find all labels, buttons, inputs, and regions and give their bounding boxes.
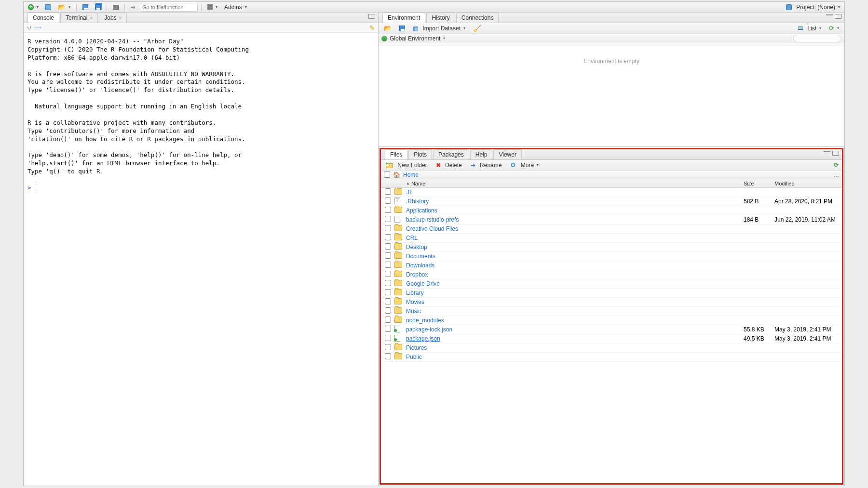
file-name-link[interactable]: Movies — [406, 299, 424, 305]
file-name-link[interactable]: Downloads — [406, 262, 434, 269]
folder-icon — [394, 252, 402, 259]
tab-environment[interactable]: Environment — [382, 13, 425, 23]
tab-packages[interactable]: Packages — [433, 149, 469, 159]
refresh-files-icon[interactable]: ⟳ — [834, 161, 839, 169]
list-label: List — [807, 25, 816, 32]
file-name-link[interactable]: .Rhistory — [406, 198, 429, 205]
select-all-checkbox[interactable] — [384, 171, 390, 178]
file-checkbox[interactable] — [385, 335, 391, 341]
rename-button[interactable]: ➜ Rename — [468, 161, 504, 170]
col-modified-header[interactable]: Modified — [774, 181, 842, 186]
save-all-button[interactable] — [93, 3, 103, 11]
tab-label: Console — [33, 14, 54, 21]
import-dataset-button[interactable]: ▦ Import Dataset — [410, 24, 468, 33]
file-checkbox[interactable] — [385, 216, 391, 222]
maximize-icon[interactable] — [368, 14, 375, 19]
refresh-button[interactable]: ⟳ — [827, 24, 841, 33]
file-checkbox[interactable] — [385, 225, 391, 231]
folder-icon — [394, 307, 402, 314]
col-name-header[interactable]: ▲Name — [405, 181, 744, 186]
tab-console[interactable]: Console — [27, 13, 59, 23]
breadcrumb-more-icon[interactable]: … — [833, 171, 839, 178]
close-icon[interactable]: × — [119, 15, 122, 21]
file-name-link[interactable]: Applications — [406, 207, 437, 214]
save-workspace-button[interactable] — [397, 25, 407, 32]
home-icon[interactable]: 🏠 — [393, 171, 400, 178]
file-name-link[interactable]: .R — [406, 189, 412, 196]
col-size-header[interactable]: Size — [744, 181, 774, 186]
console-output[interactable]: R version 4.0.0 (2020-04-24) -- "Arbor D… — [24, 33, 378, 486]
file-name-link[interactable]: node_modules — [406, 317, 444, 324]
file-checkbox[interactable] — [385, 353, 391, 359]
file-row: .Rhistory582 BApr 28, 2020, 8:21 PM — [381, 197, 842, 206]
open-file-button[interactable]: 📂 — [55, 2, 73, 12]
file-name-link[interactable]: Documents — [406, 253, 435, 260]
file-name-link[interactable]: Creative Cloud Files — [406, 225, 458, 232]
minimize-icon[interactable] — [824, 151, 830, 152]
minimize-icon[interactable] — [826, 14, 833, 15]
file-checkbox[interactable] — [385, 243, 391, 250]
env-empty-message: Environment is empty — [379, 43, 844, 146]
clear-objects-button[interactable]: 🧹 — [471, 24, 484, 33]
tab-label: Help — [475, 151, 488, 158]
goto-input[interactable] — [140, 3, 198, 12]
file-checkbox[interactable] — [385, 271, 391, 277]
file-checkbox[interactable] — [385, 289, 391, 295]
view-mode-button[interactable]: List — [796, 24, 824, 33]
goto-button[interactable]: ➔ — [128, 3, 138, 12]
delete-button[interactable]: ✖ Delete — [434, 161, 464, 170]
file-checkbox[interactable] — [385, 317, 391, 323]
file-size: 582 B — [744, 198, 774, 205]
new-project-button[interactable] — [43, 3, 54, 11]
env-search-input[interactable] — [793, 35, 841, 42]
maximize-icon[interactable] — [832, 151, 839, 156]
new-file-button[interactable] — [26, 3, 41, 11]
file-name-link[interactable]: Desktop — [406, 244, 427, 251]
save-button[interactable] — [80, 3, 91, 11]
file-checkbox[interactable] — [385, 307, 391, 314]
file-checkbox[interactable] — [385, 280, 391, 286]
tab-help[interactable]: Help — [470, 149, 493, 159]
console-path: ~/ — [27, 25, 31, 31]
more-button[interactable]: ⚙ More — [508, 160, 541, 170]
print-button[interactable] — [110, 4, 121, 11]
close-icon[interactable]: × — [90, 15, 93, 21]
file-name-link[interactable]: package-lock.json — [406, 326, 452, 333]
tab-jobs[interactable]: Jobs× — [99, 13, 127, 23]
maximize-icon[interactable] — [835, 14, 841, 19]
new-folder-button[interactable]: New Folder — [384, 161, 430, 170]
tab-viewer[interactable]: Viewer — [493, 149, 521, 159]
tab-label: Plots — [414, 151, 427, 158]
project-menu[interactable]: Project: (None) — [784, 3, 842, 12]
file-checkbox[interactable] — [385, 298, 391, 304]
tab-history[interactable]: History — [426, 13, 455, 23]
env-scope-selector[interactable]: Global Environment — [389, 35, 446, 42]
file-checkbox[interactable] — [385, 188, 391, 195]
load-workspace-button[interactable]: 📂 — [381, 24, 394, 33]
file-checkbox[interactable] — [385, 344, 391, 350]
file-size: 184 B — [744, 216, 774, 223]
clear-console-icon[interactable]: ✎ — [369, 24, 375, 32]
file-checkbox[interactable] — [385, 252, 391, 259]
breadcrumb-home[interactable]: Home — [403, 171, 419, 178]
panes-button[interactable] — [205, 3, 220, 11]
file-checkbox[interactable] — [385, 262, 391, 268]
file-name-link[interactable]: Public — [406, 354, 422, 360]
file-name-link[interactable]: Music — [406, 308, 421, 315]
file-checkbox[interactable] — [385, 234, 391, 240]
tab-files[interactable]: Files — [385, 149, 407, 159]
file-name-link[interactable]: Dropbox — [406, 271, 428, 278]
file-checkbox[interactable] — [385, 326, 391, 332]
file-name-link[interactable]: package.json — [406, 335, 440, 342]
file-name-link[interactable]: CRL — [406, 235, 418, 241]
file-name-link[interactable]: backup-rstudio-prefs — [406, 216, 459, 223]
tab-plots[interactable]: Plots — [408, 149, 432, 159]
addins-button[interactable]: Addins — [222, 3, 249, 12]
file-checkbox[interactable] — [385, 207, 391, 213]
file-checkbox[interactable] — [385, 198, 391, 204]
tab-connections[interactable]: Connections — [456, 13, 499, 23]
file-name-link[interactable]: Pictures — [406, 344, 427, 351]
file-name-link[interactable]: Library — [406, 290, 424, 296]
file-name-link[interactable]: Google Drive — [406, 280, 440, 287]
tab-terminal[interactable]: Terminal× — [60, 13, 98, 23]
